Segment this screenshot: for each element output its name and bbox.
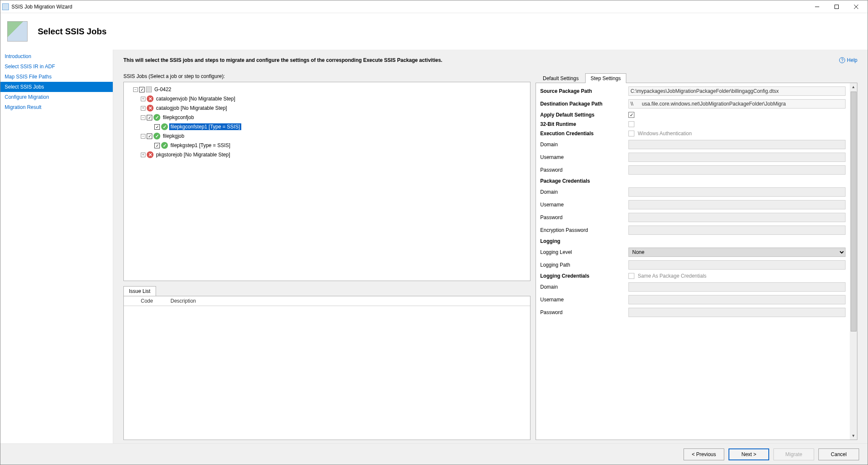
scroll-track[interactable] (851, 90, 857, 433)
checkbox[interactable] (154, 143, 160, 148)
tree-node-filepkgconfstep1[interactable]: ✓ filepkgconfstep1 [Type = SSIS] (148, 122, 528, 131)
tree-node-catalogjob[interactable]: + ✕ catalogjob [No Migratable Step] (141, 103, 528, 113)
expand-icon[interactable]: − (141, 134, 145, 139)
nav-item-map-file-paths[interactable]: Map SSIS File Paths (0, 72, 113, 82)
log-username-input[interactable] (628, 295, 846, 304)
error-icon: ✕ (147, 95, 154, 102)
footer: < Previous Next > Migrate Cancel (0, 443, 868, 465)
package-credentials-section: Package Credentials (540, 178, 590, 184)
execution-credentials-checkbox[interactable] (628, 131, 634, 136)
jobs-tree[interactable]: − G-0422 + ✕ catalogenvj (123, 82, 530, 281)
tree-node-filepkgconfjob[interactable]: − ✓ filepkgconfjob (141, 113, 528, 122)
server-icon (146, 86, 152, 92)
tree-node-filepkgjob[interactable]: − ✓ filepkgjob (141, 131, 528, 141)
nav-item-configure-migration[interactable]: Configure Migration (0, 92, 113, 102)
minimize-button[interactable] (807, 0, 827, 13)
exec-username-input[interactable] (628, 153, 846, 162)
destination-package-path-input[interactable] (628, 99, 846, 109)
nav-item-migration-result[interactable]: Migration Result (0, 102, 113, 112)
content-pane: ? Help This will select the SSIS jobs an… (113, 50, 868, 443)
logging-path-input[interactable] (628, 260, 846, 270)
tree-node-label: filepkgconfstep1 [Type = SSIS] (169, 123, 241, 130)
log-domain-label: Domain (540, 284, 625, 290)
checkbox[interactable] (139, 87, 145, 92)
app-icon (2, 3, 9, 10)
header-panel: Select SSIS Jobs (0, 13, 868, 50)
nav-item-select-ssis-ir[interactable]: Select SSIS IR in ADF (0, 61, 113, 72)
maximize-button[interactable] (827, 0, 846, 13)
log-username-label: Username (540, 297, 625, 303)
nav-item-select-ssis-jobs[interactable]: Select SSIS Jobs (0, 82, 113, 92)
scroll-thumb[interactable] (851, 92, 857, 331)
scroll-up-icon[interactable]: ▲ (851, 84, 857, 90)
exec-password-label: Password (540, 167, 625, 173)
log-domain-input[interactable] (628, 282, 846, 292)
titlebar: SSIS Job Migration Wizard (0, 0, 868, 13)
log-password-label: Password (540, 309, 625, 315)
wizard-icon (7, 21, 28, 42)
exec-domain-label: Domain (540, 142, 625, 148)
issue-col-code: Code (141, 298, 166, 304)
logging-section: Logging (540, 238, 560, 244)
logging-level-label: Logging Level (540, 249, 625, 255)
pkg-domain-input[interactable] (628, 187, 846, 197)
previous-button[interactable]: < Previous (684, 448, 724, 460)
checkbox[interactable] (147, 134, 152, 139)
help-icon: ? (839, 57, 845, 63)
issue-list-tab[interactable]: Issue List (123, 286, 156, 296)
exec-username-label: Username (540, 154, 625, 160)
tree-node-label: catalogenvjob [No Migratable Step] (155, 95, 237, 102)
issue-list: Code Description (123, 296, 530, 440)
tree-node-label: pkgstorejob [No Migratable Step] (155, 151, 232, 158)
source-package-path-input[interactable] (628, 86, 846, 96)
cancel-button[interactable]: Cancel (818, 448, 859, 460)
pkg-username-input[interactable] (628, 200, 846, 209)
tab-default-settings[interactable]: Default Settings (537, 73, 584, 83)
logging-level-select[interactable]: None (628, 248, 846, 257)
tree-node-label: filepkgjob (162, 133, 186, 139)
encryption-password-input[interactable] (628, 226, 846, 235)
intro-text: This will select the SSIS jobs and steps… (123, 57, 857, 63)
page-title: Select SSIS Jobs (38, 27, 106, 36)
error-icon: ✕ (147, 151, 154, 158)
tree-root[interactable]: − G-0422 (133, 85, 528, 94)
ok-icon: ✓ (154, 133, 160, 139)
pkg-username-label: Username (540, 202, 625, 208)
execution-credentials-hint: Windows Authentication (638, 131, 692, 136)
tree-node-pkgstorejob[interactable]: + ✕ pkgstorejob [No Migratable Step] (141, 150, 528, 159)
apply-default-settings-label: Apply Default Settings (540, 112, 625, 118)
logging-credentials-label: Logging Credentials (540, 273, 625, 279)
tree-node-catalogenvjob[interactable]: + ✕ catalogenvjob [No Migratable Step] (141, 94, 528, 103)
issue-col-description: Description (170, 298, 196, 304)
logging-credentials-checkbox[interactable] (628, 273, 634, 279)
close-button[interactable] (846, 0, 866, 13)
pkg-password-label: Password (540, 214, 625, 220)
settings-tabs: Default Settings Step Settings (537, 73, 857, 83)
log-password-input[interactable] (628, 308, 846, 317)
nav-item-introduction[interactable]: Introduction (0, 51, 113, 61)
exec-password-input[interactable] (628, 165, 846, 175)
tree-node-label: catalogjob [No Migratable Step] (155, 105, 228, 111)
tree-node-filepkgstep1[interactable]: ✓ filepkgstep1 [Type = SSIS] (148, 141, 528, 150)
help-label: Help (847, 57, 857, 63)
help-link[interactable]: ? Help (839, 57, 857, 63)
exec-domain-input[interactable] (628, 140, 846, 149)
scroll-down-icon[interactable]: ▼ (851, 433, 857, 439)
expand-icon[interactable]: − (133, 87, 138, 92)
tab-step-settings[interactable]: Step Settings (585, 73, 626, 83)
pkg-password-input[interactable] (628, 213, 846, 222)
apply-default-settings-checkbox[interactable] (628, 112, 634, 118)
expand-icon[interactable]: + (141, 97, 145, 101)
tree-node-label: filepkgconfjob (162, 114, 195, 121)
ok-icon: ✓ (161, 123, 168, 130)
expand-icon[interactable]: − (141, 115, 145, 120)
checkbox[interactable] (154, 124, 160, 130)
settings-scrollbar[interactable]: ▲ ▼ (850, 83, 857, 440)
expand-icon[interactable]: + (141, 153, 145, 157)
destination-package-path-label: Destination Package Path (540, 101, 625, 107)
expand-icon[interactable]: + (141, 106, 145, 111)
issue-list-header: Code Description (124, 296, 530, 306)
next-button[interactable]: Next > (728, 448, 769, 460)
32bit-runtime-checkbox[interactable] (628, 121, 634, 127)
checkbox[interactable] (147, 115, 152, 120)
